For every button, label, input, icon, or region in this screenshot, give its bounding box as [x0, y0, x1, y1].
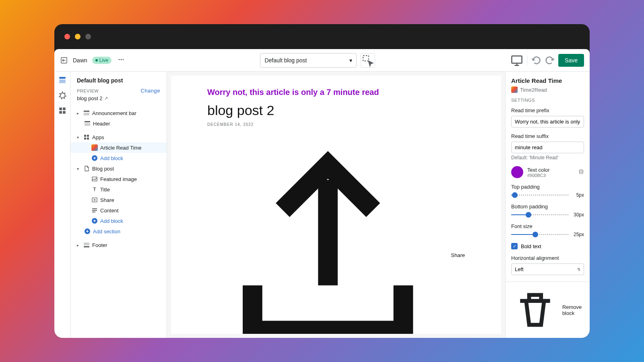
svg-rect-18 [84, 138, 86, 140]
chevron-down-icon: ▾ [77, 167, 81, 171]
svg-rect-14 [85, 121, 90, 122]
more-menu-icon[interactable] [116, 55, 126, 66]
block-label: Title [100, 187, 110, 193]
article-title: blog post 2 [207, 103, 465, 118]
add-block-button[interactable]: Add block [70, 153, 167, 163]
app-logo-icon [511, 86, 518, 93]
live-badge: Live [92, 57, 111, 64]
block-title[interactable]: T Title [70, 184, 167, 195]
sections-tab-icon[interactable] [58, 76, 67, 84]
section-apps[interactable]: ▾ Apps [70, 132, 167, 142]
external-link-icon[interactable]: ↗ [104, 96, 108, 101]
editor-body: Default blog post PREVIEW Change blog po… [54, 72, 590, 338]
top-padding-value: 5px [572, 192, 584, 198]
remove-block-label: Remove block [562, 304, 584, 316]
bottom-padding-label: Bottom padding [511, 204, 584, 210]
block-featured-image[interactable]: Featured image [70, 174, 167, 184]
section-label: Header [93, 121, 110, 127]
block-label: Featured image [100, 176, 137, 182]
bold-checkbox[interactable]: ✓ Bold text [511, 243, 584, 249]
preview-label: PREVIEW [77, 88, 99, 93]
checkbox-checked-icon: ✓ [511, 243, 518, 249]
block-label: Share [100, 197, 114, 203]
footer-icon [83, 242, 90, 248]
viewport-desktop-icon[interactable] [510, 53, 524, 68]
minimize-window-icon[interactable] [75, 34, 80, 39]
add-block-label: Add block [100, 155, 123, 161]
document-icon [83, 165, 90, 172]
template-title: Default blog post [70, 72, 167, 88]
read-time-text: Worry not, this article is only a 7 minu… [207, 88, 465, 97]
plus-circle-icon [91, 155, 98, 161]
svg-rect-15 [85, 123, 90, 126]
section-label: Blog post [92, 166, 114, 172]
top-padding-slider[interactable] [511, 192, 569, 198]
trash-icon [511, 286, 559, 334]
section-tree-panel: Default blog post PREVIEW Change blog po… [70, 72, 167, 338]
section-icon [84, 120, 91, 127]
section-blog-post[interactable]: ▾ Blog post [70, 163, 167, 174]
svg-rect-17 [87, 135, 89, 137]
add-section-button[interactable]: Add section [70, 226, 167, 237]
svg-rect-7 [59, 80, 65, 83]
suffix-help: Default: 'Minute Read' [511, 155, 584, 160]
share-button[interactable]: Share [207, 135, 465, 334]
font-size-value: 25px [572, 232, 584, 237]
section-announcement-bar[interactable]: ▸ Announcement bar [70, 108, 167, 118]
svg-point-3 [122, 59, 124, 60]
svg-rect-9 [63, 107, 66, 110]
undo-icon[interactable] [531, 55, 542, 66]
section-header[interactable]: Header [70, 118, 167, 129]
template-selector[interactable]: Default blog post ▾ [260, 53, 357, 68]
section-footer[interactable]: ▸ Footer [70, 240, 167, 250]
text-color-picker[interactable]: Text color #900BC3 [511, 166, 584, 178]
image-icon [91, 176, 98, 182]
icon-rail [54, 72, 70, 338]
maximize-window-icon[interactable] [85, 34, 91, 39]
font-size-slider[interactable] [511, 232, 569, 237]
change-preview-link[interactable]: Change [140, 88, 160, 94]
select-chevron-icon: ⇅ [577, 267, 580, 272]
exit-editor-icon[interactable] [60, 56, 68, 64]
apps-tab-icon[interactable] [58, 106, 67, 115]
remove-block-button[interactable]: Remove block [506, 282, 590, 338]
database-icon [578, 169, 584, 176]
share-label: Share [451, 252, 465, 258]
add-block-button-2[interactable]: Add block [70, 216, 167, 226]
font-size-label: Font size [511, 223, 584, 229]
preview-frame[interactable]: Worry not, this article is only a 7 minu… [171, 76, 501, 334]
block-article-read-time[interactable]: Article Read Time [70, 142, 167, 153]
block-title: Article Read Time [511, 77, 584, 84]
svg-rect-25 [92, 212, 95, 212]
close-window-icon[interactable] [64, 34, 70, 39]
template-selected-label: Default blog post [264, 57, 307, 64]
inspector-icon[interactable] [361, 53, 375, 68]
svg-rect-24 [92, 210, 97, 211]
prefix-input[interactable] [511, 116, 584, 128]
section-label: Apps [92, 134, 104, 140]
color-swatch-icon [511, 166, 523, 178]
section-label: Announcement bar [92, 110, 136, 116]
svg-rect-21 [92, 177, 97, 181]
settings-panel: Article Read Time Time2Read SETTINGS Rea… [505, 72, 590, 338]
chevron-right-icon: ▸ [77, 243, 81, 247]
svg-point-2 [120, 59, 122, 60]
block-share[interactable]: Share [70, 195, 167, 205]
apps-section-icon [83, 134, 90, 140]
app-name: Time2Read [520, 87, 547, 93]
block-content[interactable]: Content [70, 205, 167, 216]
suffix-input[interactable] [511, 142, 584, 153]
bottom-padding-slider[interactable] [511, 212, 569, 218]
svg-rect-8 [59, 107, 62, 110]
save-button[interactable]: Save [558, 54, 584, 67]
redo-icon[interactable] [544, 55, 555, 66]
theme-settings-tab-icon[interactable] [58, 91, 67, 100]
suffix-label: Read time suffix [511, 133, 584, 139]
svg-rect-13 [84, 113, 89, 115]
halign-select[interactable]: Left ⇅ [511, 263, 584, 275]
color-label: Text color [527, 167, 574, 173]
add-section-label: Add section [93, 228, 120, 234]
block-label: Article Read Time [100, 145, 142, 151]
svg-rect-6 [59, 77, 65, 78]
chevron-right-icon: ▸ [77, 111, 81, 115]
